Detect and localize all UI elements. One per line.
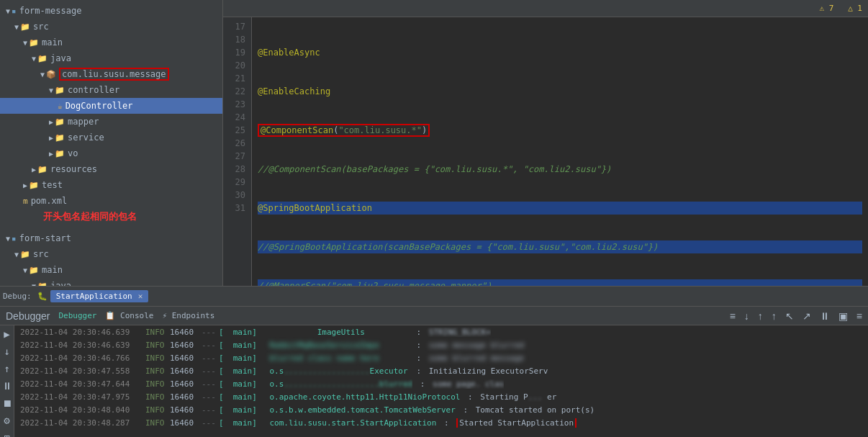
tree-item-controller[interactable]: ▼ 📁 controller bbox=[0, 82, 222, 98]
toolbar-back-btn[interactable]: ↖ bbox=[782, 310, 797, 323]
log-sep: --- bbox=[202, 353, 216, 363]
debug-toolbar: Debugger Debugger 📋 Console ⚡ Endpoints … bbox=[0, 307, 868, 325]
toolbar-actions: ≡ ↓ ↑ ↑ ↖ ↗ ⏸ ▣ ≡ bbox=[727, 310, 865, 323]
code-line-19: @ComponentScan("com.liu.susu.*") bbox=[258, 124, 862, 137]
tab-start-application[interactable]: StartApplication ✕ bbox=[50, 290, 149, 302]
log-level: INFO bbox=[145, 328, 167, 337]
log-pid: 16460 bbox=[170, 353, 199, 363]
log-msg: some message blurred bbox=[424, 341, 524, 350]
log-class: o.s..................Executor bbox=[265, 366, 409, 376]
log-level: INFO bbox=[145, 418, 167, 428]
arrow-icon: ▶ bbox=[32, 166, 36, 174]
log-timestamp: 2022-11-04 20:30:48.287 bbox=[20, 418, 143, 428]
log-thread: [ main] bbox=[219, 341, 262, 350]
folder-icon: 📁 bbox=[55, 86, 65, 95]
tree-item-pom-xml[interactable]: m pom.xml bbox=[0, 193, 222, 209]
log-msg: some blurred message bbox=[424, 353, 524, 363]
code-content: 17 18 19 20 21 22 23 24 25 26 27 28 29 3… bbox=[223, 17, 868, 286]
debug-log-content[interactable]: 2022-11-04 20:30:46.639 INFO 16460 --- [… bbox=[14, 325, 868, 437]
sidebar-run-icon[interactable]: ▶ bbox=[4, 328, 9, 340]
folder-icon: 📁 bbox=[20, 22, 30, 32]
log-msg: some page. clas bbox=[428, 379, 504, 389]
toolbar-menu-btn[interactable]: ≡ bbox=[854, 310, 865, 323]
log-colon: : bbox=[439, 418, 448, 428]
tree-item-vo[interactable]: ▶ 📁 vo bbox=[0, 145, 222, 161]
tree-item-form-message[interactable]: ▼ ▪ form-message bbox=[0, 3, 222, 19]
toolbar-endpoints-btn[interactable]: ⚡ Endpoints bbox=[162, 311, 214, 320]
tree-item-com-liu-susu-message[interactable]: ▼ 📦 com.liu.susu.message bbox=[0, 66, 222, 82]
tree-item-test[interactable]: ▶ 📁 test bbox=[0, 177, 222, 193]
tree-item-form-start[interactable]: ▼ ▪ form-start bbox=[0, 230, 222, 246]
toolbar-stop-btn[interactable]: ▣ bbox=[836, 310, 851, 323]
log-class: ImageUtils bbox=[265, 328, 409, 337]
log-timestamp: 2022-11-04 20:30:48.040 bbox=[20, 405, 143, 415]
debug-main: ▶ ↓ ↑ ⏸ ⏹ ⚙ ⊞ 2022-11-04 20:30:46.639 IN… bbox=[0, 325, 868, 437]
debug-tabs: Debug: 🐛 StartApplication ✕ bbox=[0, 287, 868, 307]
log-timestamp: 2022-11-04 20:30:46.639 bbox=[20, 341, 143, 350]
tree-item-src[interactable]: ▼ 📁 src bbox=[0, 19, 222, 35]
tree-item-java2[interactable]: ▼ 📁 java bbox=[0, 278, 222, 286]
toolbar-down-btn[interactable]: ↓ bbox=[741, 310, 752, 323]
sidebar-step-icon[interactable]: ↓ bbox=[4, 346, 9, 357]
toolbar-up2-btn[interactable]: ↑ bbox=[769, 310, 779, 323]
log-sep: --- bbox=[202, 379, 216, 389]
debug-panel: Debug: 🐛 StartApplication ✕ Debugger Deb… bbox=[0, 286, 868, 437]
log-pid: 16460 bbox=[170, 328, 199, 337]
log-sep: --- bbox=[202, 405, 216, 415]
src-folder-icon: 📁 bbox=[37, 54, 48, 63]
annotation-area: 开头包名起相同的包名 bbox=[0, 209, 222, 230]
log-line-4: 2022-11-04 20:30:47.558 INFO 16460 --- [… bbox=[14, 364, 868, 377]
arrow-icon: ▼ bbox=[6, 7, 10, 15]
code-line-17: @EnableAsync bbox=[258, 46, 862, 59]
tab-close-icon[interactable]: ✕ bbox=[138, 292, 143, 301]
debug-sidebar: ▶ ↓ ↑ ⏸ ⏹ ⚙ ⊞ bbox=[0, 325, 14, 437]
log-msg: Starting P... er bbox=[476, 392, 557, 402]
log-colon: : bbox=[463, 392, 472, 402]
log-colon: : bbox=[412, 328, 421, 337]
debug-label: Debug: bbox=[3, 292, 32, 301]
log-line-3: 2022-11-04 20:30:46.766 INFO 16460 --- [… bbox=[14, 351, 868, 364]
arrow-icon: ▼ bbox=[6, 235, 10, 243]
sidebar-stop-icon[interactable]: ⏹ bbox=[2, 397, 12, 409]
toolbar-debugger[interactable]: Debugger bbox=[3, 310, 53, 323]
sidebar-settings-icon[interactable]: ⚙ bbox=[4, 415, 9, 426]
toolbar-up-btn[interactable]: ↑ bbox=[755, 310, 766, 323]
sidebar-layout-icon[interactable]: ⊞ bbox=[4, 432, 9, 437]
log-colon: : bbox=[415, 379, 425, 389]
toolbar-fwd-btn[interactable]: ↗ bbox=[800, 310, 814, 323]
log-sep: --- bbox=[202, 366, 216, 376]
log-msg: Initializing ExecutorServ bbox=[424, 366, 548, 376]
log-msg-highlighted: Started StartApplication bbox=[452, 418, 577, 428]
tree-item-mapper[interactable]: ▶ 📁 mapper bbox=[0, 114, 222, 130]
tree-item-resources[interactable]: ▶ 📁 resources bbox=[0, 161, 222, 177]
arrow-icon: ▶ bbox=[49, 150, 53, 158]
resources-icon: 📁 bbox=[37, 165, 48, 174]
arrow-icon: ▶ bbox=[49, 118, 53, 126]
toolbar-pause-btn[interactable]: ⏸ bbox=[817, 310, 833, 323]
tree-item-main2[interactable]: ▼ 📁 main bbox=[0, 262, 222, 278]
tree-item-java[interactable]: ▼ 📁 java bbox=[0, 50, 222, 66]
toolbar-console-btn[interactable]: 📋 Console bbox=[105, 311, 153, 320]
folder-icon: 📁 bbox=[29, 266, 39, 275]
log-pid: 16460 bbox=[170, 392, 199, 402]
tree-item-main[interactable]: ▼ 📁 main bbox=[0, 35, 222, 50]
log-line-7: 2022-11-04 20:30:48.040 INFO 16460 --- [… bbox=[14, 403, 868, 416]
code-lines: @EnableAsync @EnableCaching @ComponentSc… bbox=[252, 17, 868, 286]
xml-icon: m bbox=[23, 197, 28, 206]
log-class: blurred class name here bbox=[265, 353, 409, 363]
log-thread: [ main] bbox=[219, 418, 262, 428]
log-level: INFO bbox=[145, 379, 167, 389]
log-thread: [ main] bbox=[219, 392, 262, 402]
toolbar-filter-btn[interactable]: ≡ bbox=[727, 310, 738, 323]
tree-item-src2[interactable]: ▼ 📁 src bbox=[0, 246, 222, 262]
arrow-icon: ▼ bbox=[14, 251, 19, 258]
tree-item-service[interactable]: ▶ 📁 service bbox=[0, 130, 222, 145]
sidebar-over-icon[interactable]: ↑ bbox=[4, 363, 9, 374]
code-header: ⚠ 7 △ 1 bbox=[223, 0, 868, 17]
log-thread: [ main] bbox=[219, 353, 262, 363]
folder-icon: 📁 bbox=[29, 38, 39, 48]
tree-item-dog-controller[interactable]: ☕ DogController bbox=[0, 98, 222, 114]
log-sep: --- bbox=[202, 392, 216, 402]
log-level: INFO bbox=[145, 341, 167, 350]
sidebar-pause-icon[interactable]: ⏸ bbox=[2, 380, 12, 392]
